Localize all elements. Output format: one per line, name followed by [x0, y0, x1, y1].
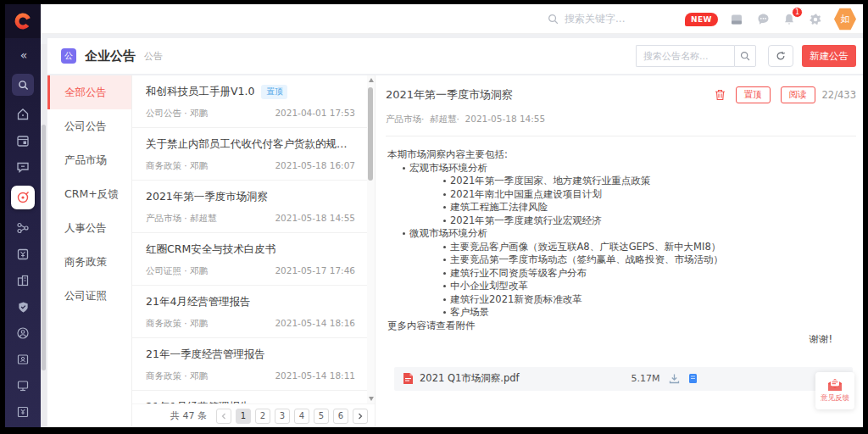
page-button[interactable]: 4	[294, 409, 309, 424]
announcement-search-input[interactable]	[636, 45, 734, 67]
announcement-search-button[interactable]	[734, 45, 756, 67]
list-item-title: 21年4月经营管理报告	[146, 295, 251, 309]
scroll-up-icon	[369, 78, 374, 82]
list-item-category: 商务政策	[146, 370, 181, 382]
detail-bullet: 建筑行业不同资质等级客户分布	[387, 267, 856, 281]
list-item-title: 2021年第一季度市场洞察	[146, 190, 268, 204]
detail-bullet: 中小企业划型改革	[387, 280, 856, 293]
module-icon: 公	[61, 48, 76, 64]
page-button[interactable]: 6	[333, 409, 348, 424]
list-item-author: 邓鹏	[190, 265, 208, 277]
sidebar-id-card-icon[interactable]	[12, 352, 34, 367]
app-logo[interactable]	[5, 4, 41, 38]
chevron-right-icon	[357, 413, 364, 420]
list-item-category: 产品市场	[146, 213, 181, 225]
pagination: 共 47 条 123456	[132, 403, 375, 427]
refresh-button[interactable]	[768, 45, 793, 67]
list-item[interactable]: 21年一季度经营管理报告 商务政策 · 邓鹏 2021-05-14 18:11	[132, 338, 367, 391]
detail-bullet: 2021年第一季度国家、地方建筑行业重点政策	[387, 175, 856, 188]
category-item[interactable]: CRM+反馈	[47, 177, 131, 211]
list-item-author: 邓鹏	[190, 108, 208, 120]
attachment-row[interactable]: 2021 Q1市场洞察.pdf 5.17M	[394, 367, 853, 391]
list-item[interactable]: 和创科技员工手册V1.0 置顶 公司公告 · 邓鹏 2021-04-01 17:…	[132, 75, 367, 128]
search-icon	[548, 14, 559, 25]
sidebar-customer-icon[interactable]	[12, 326, 34, 341]
scroll-down-icon	[369, 397, 374, 401]
feedback-label: 意见反馈	[821, 393, 849, 403]
list-item-category: 商务政策	[146, 160, 181, 172]
avatar[interactable]: 如	[834, 8, 856, 31]
board-icon[interactable]	[729, 12, 744, 27]
new-announcement-button[interactable]: 新建公告	[802, 45, 856, 67]
page-button[interactable]: 2	[255, 409, 270, 424]
page-button[interactable]: 5	[314, 409, 329, 424]
sidebar-share-icon[interactable]	[12, 220, 34, 236]
sidebar-collapse-icon[interactable]: «	[12, 47, 34, 63]
list-item[interactable]: 红圈CRM安全与技术白皮书 公司证照 · 邓鹏 2021-05-17 17:46	[132, 233, 367, 286]
page-button[interactable]: 3	[275, 409, 290, 424]
sidebar-device-icon[interactable]	[12, 378, 34, 393]
next-page-button[interactable]	[353, 409, 368, 424]
sidebar-cashier-icon[interactable]	[12, 404, 34, 420]
list-item[interactable]: 21年4月经营管理报告 商务政策 · 邓鹏 2021-05-14 18:16	[132, 286, 367, 338]
detail-bullet: 建筑工程施工法律风险	[387, 201, 856, 214]
gear-icon[interactable]	[808, 12, 823, 27]
announcement-search	[636, 45, 756, 67]
topbar: 搜索关键字... NEW 1 如	[41, 4, 863, 34]
sidebar-finance-icon[interactable]	[12, 247, 34, 262]
list-scrollbar[interactable]	[367, 75, 375, 403]
total-count: 共 47 条	[170, 409, 207, 422]
read-button[interactable]: 阅读	[781, 86, 815, 103]
list-item-author: 郝超慧	[190, 213, 217, 225]
sidebar-announcement-active-icon[interactable]	[11, 186, 35, 209]
detail-body: 本期市场洞察内容主要包括: 宏观市场环境分析2021年第一季度国家、地方建筑行业…	[376, 136, 863, 391]
category-item[interactable]: 全部公告	[47, 75, 131, 109]
category-item[interactable]: 人事公告	[47, 211, 131, 245]
category-item[interactable]: 商务政策	[47, 245, 131, 279]
list-item-title: 红圈CRM安全与技术白皮书	[146, 242, 275, 257]
list-item-time: 2021-05-14 18:16	[275, 318, 355, 330]
content-area: 公 企业公告 公告 新建公告 全部公告公司公告产品市场CRM+反馈人事公告商务政	[41, 34, 863, 427]
list-item[interactable]: 2021年第一季度市场洞察 产品市场 · 郝超慧 2021-05-18 14:5…	[132, 181, 367, 233]
logo-ring-icon	[14, 12, 32, 31]
list-item-category: 公司公告	[146, 108, 181, 120]
global-search[interactable]: 搜索关键字...	[548, 4, 625, 34]
list-item-title: 关于禁止内部员工代收代付客户货款的规定【商...	[146, 137, 355, 152]
category-sidebar: 全部公告公司公告产品市场CRM+反馈人事公告商务政策公司证照	[47, 75, 132, 427]
message-icon[interactable]	[755, 12, 771, 27]
list-item-category: 商务政策	[146, 318, 181, 330]
download-icon[interactable]	[669, 373, 680, 384]
bell-icon[interactable]: 1	[782, 12, 797, 27]
sidebar-search-icon[interactable]	[12, 74, 34, 96]
app-window: «	[5, 4, 863, 427]
list-item[interactable]: 21年1月经营管理报告 商务政策 · 邓鹏 2021-05-14 18:04	[132, 391, 367, 403]
page-button[interactable]: 1	[236, 409, 251, 424]
delete-icon[interactable]	[715, 89, 726, 101]
detail-bullet: 主要竞品客户画像（致远互联A8、广联达GEPS、新中大MI8）	[387, 241, 856, 254]
feedback-button[interactable]: 意见反馈	[815, 372, 854, 409]
list-item-time: 2021-05-14 18:11	[275, 370, 355, 382]
category-item[interactable]: 产品市场	[47, 143, 131, 177]
page-header: 公 企业公告 公告 新建公告	[47, 38, 863, 74]
sidebar-calendar-icon[interactable]	[12, 133, 34, 148]
detail-bullet: 客户场景	[387, 306, 856, 320]
list-item[interactable]: 关于禁止内部员工代收代付客户货款的规定【商... 商务政策 · 邓鹏 2021-…	[132, 128, 367, 181]
list-item-author: 邓鹏	[190, 370, 208, 382]
sidebar-company-icon[interactable]	[12, 273, 34, 288]
sidebar-chat-icon[interactable]	[12, 159, 34, 175]
page-tag: 公告	[144, 50, 163, 63]
detail-thanks: 谢谢!	[387, 333, 856, 347]
pin-button[interactable]: 置顶	[736, 86, 771, 103]
preview-icon[interactable]	[688, 373, 698, 384]
notification-badge: 1	[792, 7, 803, 18]
list-item-title: 21年一季度经营管理报告	[146, 348, 265, 362]
category-item[interactable]: 公司证照	[47, 279, 131, 313]
sidebar-shield-icon[interactable]	[12, 299, 34, 314]
prev-page-button[interactable]	[216, 409, 231, 424]
detail-bullet: 宏观市场环境分析	[387, 162, 856, 175]
page-scrollbar[interactable]	[41, 44, 47, 427]
sidebar-home-icon[interactable]	[12, 107, 34, 122]
detail-bullet: 2021年南北中国重点建设项目计划	[387, 188, 856, 202]
category-item[interactable]: 公司公告	[47, 109, 131, 143]
detail-bullet: 建筑行业2021新资质标准改革	[387, 293, 856, 307]
